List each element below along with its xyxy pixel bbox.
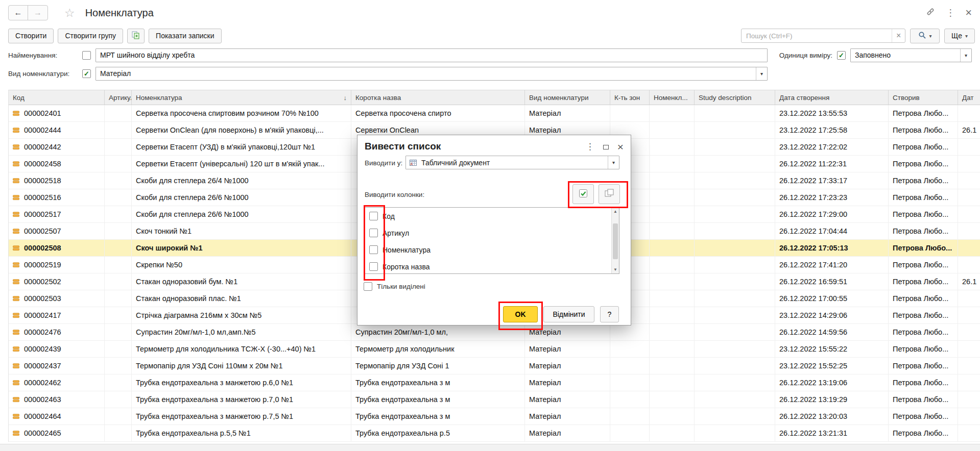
cell-created[interactable]: 23.12.2022 14:29:06 — [775, 307, 889, 323]
cell-extra[interactable] — [958, 139, 980, 155]
column-header-8[interactable]: Study description — [695, 90, 775, 105]
cell-article[interactable] — [105, 307, 132, 323]
cell-created[interactable]: 26.12.2022 17:05:13 — [775, 240, 889, 256]
cell-name[interactable]: Скрепки №50 — [132, 257, 351, 273]
cell-article[interactable] — [105, 273, 132, 290]
column-header-10[interactable]: Створив — [889, 90, 958, 105]
cell-nomenkl[interactable] — [650, 324, 695, 340]
cell-name[interactable]: Скоби для степлера 26/6 №1000 — [132, 206, 351, 222]
cell-name[interactable]: Серветка просочена спиртовим розчином 70… — [132, 105, 351, 121]
cell-article[interactable] — [105, 139, 132, 155]
name-filter-checkbox[interactable] — [82, 51, 91, 60]
create-group-button[interactable]: Створити групу — [58, 29, 123, 43]
output-to-select[interactable]: A Табличний документ ▾ — [405, 156, 619, 169]
cell-zones[interactable] — [610, 374, 650, 391]
create-button[interactable]: Створити — [8, 29, 54, 43]
forward-button[interactable]: → — [28, 6, 47, 20]
cell-code[interactable]: 000002458 — [9, 156, 105, 172]
cell-code[interactable]: 000002439 — [9, 341, 105, 357]
cell-nomenkl[interactable] — [650, 223, 695, 239]
cell-article[interactable] — [105, 290, 132, 307]
cell-short-name[interactable]: Термопапір для УЗД Соні 1 — [351, 358, 525, 374]
cell-nomenkl[interactable] — [650, 273, 695, 290]
cell-extra[interactable] — [958, 374, 980, 391]
cell-zones[interactable] — [610, 324, 650, 340]
cell-created[interactable]: 26.12.2022 17:00:55 — [775, 290, 889, 307]
ok-button[interactable]: OK — [503, 306, 538, 322]
cell-kind[interactable]: Матеріал — [525, 391, 610, 408]
cell-created[interactable]: 26.12.2022 17:33:17 — [775, 172, 889, 189]
cell-author[interactable]: Петрова Любо... — [889, 105, 958, 121]
cell-nomenkl[interactable] — [650, 408, 695, 424]
cell-code[interactable]: 000002462 — [9, 374, 105, 391]
cell-nomenkl[interactable] — [650, 425, 695, 441]
scroll-up-icon[interactable]: ▲ — [612, 208, 619, 215]
check-all-columns-button[interactable] — [572, 184, 594, 204]
cell-nomenkl[interactable] — [650, 240, 695, 256]
cell-created[interactable]: 23.12.2022 17:22:02 — [775, 139, 889, 155]
cell-code[interactable]: 000002464 — [9, 408, 105, 424]
cell-short-name[interactable]: Супрастин 20мг/мл-1,0 мл, — [351, 324, 525, 340]
cell-code[interactable]: 000002502 — [9, 273, 105, 290]
cell-article[interactable] — [105, 189, 132, 206]
create-copy-button[interactable] — [127, 29, 145, 43]
cell-nomenkl[interactable] — [650, 341, 695, 357]
cell-nomenkl[interactable] — [650, 156, 695, 172]
cell-author[interactable]: Петрова Любо... — [889, 374, 958, 391]
cell-extra[interactable] — [958, 156, 980, 172]
column-option[interactable]: Номенклатура — [364, 241, 619, 258]
cell-article[interactable] — [105, 374, 132, 391]
back-button[interactable]: ← — [9, 6, 28, 20]
search-button[interactable]: ▾ — [910, 29, 940, 43]
cell-short-name[interactable]: Термометр для холодильник — [351, 341, 525, 357]
cell-extra[interactable] — [958, 223, 980, 239]
cell-study[interactable] — [695, 223, 775, 239]
dialog-menu-icon[interactable]: ⋮ — [586, 142, 594, 151]
cell-created[interactable]: 23.12.2022 17:25:58 — [775, 122, 889, 138]
cell-kind[interactable]: Матеріал — [525, 341, 610, 357]
cell-article[interactable] — [105, 206, 132, 222]
cell-kind[interactable]: Матеріал — [525, 425, 610, 441]
cell-code[interactable]: 000002437 — [9, 358, 105, 374]
cell-code[interactable]: 000002503 — [9, 290, 105, 307]
cell-extra[interactable] — [958, 408, 980, 424]
cell-code[interactable]: 000002476 — [9, 324, 105, 340]
cell-study[interactable] — [695, 290, 775, 307]
cell-study[interactable] — [695, 105, 775, 121]
cell-study[interactable] — [695, 257, 775, 273]
help-button[interactable]: ? — [600, 306, 619, 322]
cell-study[interactable] — [695, 156, 775, 172]
column-header-9[interactable]: Дата створення — [775, 90, 889, 105]
uncheck-all-columns-button[interactable] — [599, 184, 620, 204]
cell-created[interactable]: 26.12.2022 17:41:20 — [775, 257, 889, 273]
cell-article[interactable] — [105, 172, 132, 189]
table-row[interactable]: 000002476 Супрастин 20мг/мл-1,0 мл,амп.№… — [9, 324, 980, 341]
cell-author[interactable]: Петрова Любо... — [889, 358, 958, 374]
cell-study[interactable] — [695, 391, 775, 408]
cell-study[interactable] — [695, 189, 775, 206]
table-row[interactable]: 000002401 Серветка просочена спиртовим р… — [9, 105, 980, 122]
cell-code[interactable]: 000002516 — [9, 189, 105, 206]
cell-extra[interactable] — [958, 189, 980, 206]
cell-study[interactable] — [695, 240, 775, 256]
cell-code[interactable]: 000002465 — [9, 425, 105, 441]
cell-name[interactable]: Скоч тонкий №1 — [132, 223, 351, 239]
dialog-maximize-icon[interactable] — [603, 142, 609, 151]
dialog-close-icon[interactable]: × — [617, 141, 624, 152]
cell-code[interactable]: 000002401 — [9, 105, 105, 121]
cell-author[interactable]: Петрова Любо... — [889, 172, 958, 189]
column-header-6[interactable]: К-ть зон — [610, 90, 650, 105]
cell-author[interactable]: Петрова Любо... — [889, 324, 958, 340]
cell-zones[interactable] — [610, 408, 650, 424]
cell-study[interactable] — [695, 374, 775, 391]
cell-study[interactable] — [695, 273, 775, 290]
cell-author[interactable]: Петрова Любо... — [889, 425, 958, 441]
search-clear-icon[interactable]: × — [892, 29, 905, 42]
table-row[interactable]: 000002462 Трубка ендотрахеальна з манжет… — [9, 374, 980, 391]
cell-code[interactable]: 000002519 — [9, 257, 105, 273]
cell-author[interactable]: Петрова Любо... — [889, 290, 958, 307]
cell-extra[interactable] — [958, 206, 980, 222]
cell-article[interactable] — [105, 240, 132, 256]
cell-created[interactable]: 26.12.2022 11:22:31 — [775, 156, 889, 172]
cell-study[interactable] — [695, 425, 775, 441]
